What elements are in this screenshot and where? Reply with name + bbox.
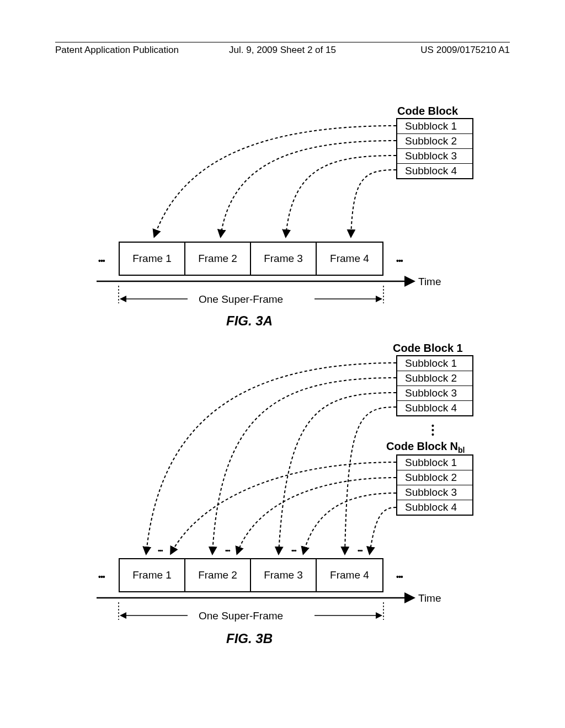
super-frame-label-b: One Super-Frame xyxy=(199,610,283,622)
figure-3b: Code Block 1 Subblock 1 Subblock 2 Subbl… xyxy=(0,342,565,684)
time-label-a: Time xyxy=(418,276,441,288)
header-left: Patent Application Publication xyxy=(55,45,179,56)
fig-caption-a: FIG. 3A xyxy=(226,313,273,329)
header-right: US 2009/0175210 A1 xyxy=(420,45,510,56)
fig-caption-b: FIG. 3B xyxy=(226,631,273,646)
figure-3a: Code Block Subblock 1 Subblock 2 Subbloc… xyxy=(0,105,565,336)
time-label-b: Time xyxy=(418,592,441,604)
header-mid: Jul. 9, 2009 Sheet 2 of 15 xyxy=(229,45,336,56)
page-header: Patent Application Publication Jul. 9, 2… xyxy=(55,42,510,59)
fig-b-svg xyxy=(0,342,565,684)
super-frame-label-a: One Super-Frame xyxy=(199,293,283,306)
